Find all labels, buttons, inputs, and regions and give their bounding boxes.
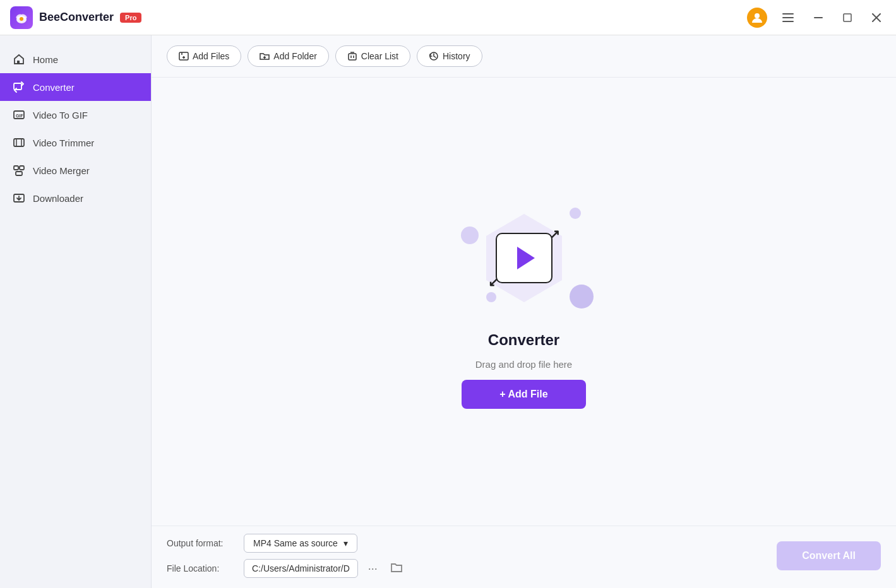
svg-rect-6 (782, 17, 794, 18)
svg-rect-9 (844, 14, 851, 21)
more-options-button[interactable]: ··· (366, 562, 380, 575)
file-location-row: File Location: C:/Users/Administrator/D … (167, 559, 405, 578)
svg-rect-21 (16, 172, 22, 175)
output-format-row: Output format: MP4 Same as source ▾ (167, 534, 405, 553)
svg-rect-12 (17, 61, 20, 64)
file-location-value: C:/Users/Administrator/D (252, 563, 350, 573)
sidebar-item-downloader[interactable]: Downloader (0, 184, 151, 212)
svg-point-4 (755, 13, 760, 18)
sidebar: Home Converter GIF Video To GIF (0, 35, 152, 588)
file-location-input[interactable]: C:/Users/Administrator/D (244, 559, 358, 578)
gif-icon: GIF (13, 109, 25, 121)
maximize-button[interactable] (838, 11, 857, 25)
sidebar-item-video-trimmer[interactable]: Video Trimmer (0, 129, 151, 156)
history-label: History (443, 51, 470, 61)
pro-badge: Pro (120, 13, 141, 23)
add-file-button[interactable]: + Add File (462, 380, 585, 409)
download-icon (13, 192, 25, 204)
app-name: BeeConverter (39, 11, 114, 24)
sidebar-item-converter[interactable]: Converter (0, 73, 151, 101)
svg-rect-7 (782, 21, 794, 22)
sidebar-label-video-to-gif: Video To GIF (33, 110, 88, 121)
menu-button[interactable] (777, 9, 799, 26)
sidebar-item-video-merger[interactable]: Video Merger (0, 156, 151, 184)
chevron-down-icon: ▾ (343, 538, 348, 548)
close-button[interactable] (867, 11, 886, 25)
trim-icon (13, 136, 25, 149)
svg-rect-29 (349, 54, 356, 60)
sidebar-item-home[interactable]: Home (0, 45, 151, 73)
sidebar-label-home: Home (33, 54, 58, 65)
decoration-bubble-1 (570, 208, 581, 219)
title-bar-right (747, 8, 886, 28)
converter-illustration: ↗ ↙ (448, 195, 600, 321)
drop-zone: ↗ ↙ Converter Drag and drop file here + … (152, 78, 896, 526)
svg-rect-13 (14, 83, 21, 90)
svg-rect-16 (14, 139, 24, 146)
svg-rect-20 (20, 166, 24, 170)
converter-icon (13, 81, 25, 93)
sidebar-label-video-trimmer: Video Trimmer (33, 138, 94, 148)
output-format-select[interactable]: MP4 Same as source ▾ (244, 534, 357, 553)
decoration-bubble-3 (486, 292, 496, 302)
title-bar-left: BeeConverter Pro (10, 6, 747, 29)
arrow-right-icon: ↗ (549, 226, 560, 242)
main-layout: Home Converter GIF Video To GIF (0, 35, 896, 588)
svg-rect-5 (782, 13, 794, 15)
drop-zone-title: Converter (488, 331, 559, 349)
add-folder-button[interactable]: Add Folder (248, 45, 328, 67)
user-avatar-icon[interactable] (747, 8, 767, 28)
sidebar-item-video-to-gif[interactable]: GIF Video To GIF (0, 101, 151, 129)
svg-rect-19 (14, 166, 18, 170)
clear-list-label: Clear List (361, 51, 398, 61)
output-format-label: Output format: (167, 538, 236, 548)
converter-icon-box: ↗ ↙ (496, 233, 553, 283)
sidebar-label-video-merger: Video Merger (33, 165, 90, 176)
decoration-bubble-2 (461, 226, 479, 244)
play-triangle-icon (517, 247, 535, 269)
drop-zone-subtitle: Drag and drop file here (475, 359, 572, 370)
home-icon (13, 53, 25, 66)
browse-folder-button[interactable] (388, 561, 405, 577)
arrow-left-icon: ↙ (488, 274, 499, 290)
svg-text:GIF: GIF (16, 114, 23, 118)
app-logo (10, 6, 33, 29)
file-location-label: File Location: (167, 563, 236, 573)
svg-rect-8 (814, 17, 823, 18)
add-files-label: Add Files (193, 51, 229, 61)
clear-list-button[interactable]: Clear List (335, 45, 410, 67)
minimize-button[interactable] (809, 11, 828, 25)
sidebar-label-converter: Converter (33, 82, 75, 93)
svg-point-3 (20, 17, 23, 21)
content-area: Add Files Add Folder Clear List (152, 35, 896, 588)
add-files-button[interactable]: Add Files (167, 45, 241, 67)
convert-all-button[interactable]: Convert All (777, 541, 881, 570)
history-button[interactable]: History (417, 45, 482, 67)
bottom-left-controls: Output format: MP4 Same as source ▾ File… (167, 534, 405, 578)
toolbar: Add Files Add Folder Clear List (152, 35, 896, 78)
merge-icon (13, 164, 25, 177)
bottom-bar: Output format: MP4 Same as source ▾ File… (152, 526, 896, 588)
output-format-value: MP4 Same as source (253, 538, 338, 548)
add-folder-label: Add Folder (273, 51, 316, 61)
sidebar-label-downloader: Downloader (33, 193, 83, 204)
title-bar: BeeConverter Pro (0, 0, 896, 35)
decoration-bubble-4 (570, 285, 594, 309)
